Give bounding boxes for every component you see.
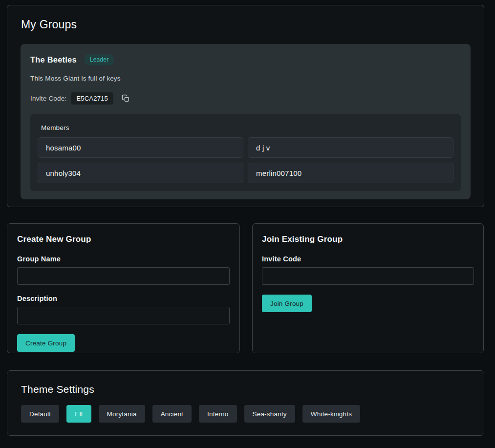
group-name-input[interactable] [17,267,230,285]
theme-button-white-knights[interactable]: White-knights [302,405,360,423]
description-label: Description [17,295,230,302]
member-item: unholy304 [38,163,243,183]
join-group-button[interactable]: Join Group [262,295,312,312]
leader-badge: Leader [84,54,115,65]
join-group-section: Join Existing Group Invite Code Join Gro… [252,223,484,353]
create-group-button[interactable]: Create Group [17,334,75,352]
invite-code-value: E5CA2715 [71,92,113,105]
invite-code-input[interactable] [262,267,474,285]
join-group-title: Join Existing Group [262,235,474,244]
members-title: Members [41,124,453,131]
create-group-title: Create New Group [17,235,230,244]
copy-icon [122,94,130,103]
group-header: The Beetles Leader [30,54,461,65]
members-grid: hosama00 d j v unholy304 merlin007100 [38,137,453,183]
theme-button-morytania[interactable]: Morytania [99,405,145,423]
member-item: d j v [248,137,453,158]
theme-button-ancient[interactable]: Ancient [152,405,192,423]
copy-invite-code-button[interactable] [122,94,130,103]
invite-code-label: Invite Code: [30,95,66,102]
theme-settings-section: Theme Settings Default Elf Morytania Anc… [7,370,484,436]
members-panel: Members hosama00 d j v unholy304 merlin0… [30,114,461,191]
theme-button-sea-shanty[interactable]: Sea-shanty [244,405,295,423]
my-groups-section: My Groups The Beetles Leader This Moss G… [7,5,484,207]
create-group-section: Create New Group Group Name Description … [7,223,240,353]
invite-code-row: Invite Code: E5CA2715 [30,92,461,105]
theme-button-inferno[interactable]: Inferno [199,405,237,423]
invite-code-field-label: Invite Code [262,255,474,263]
member-item: hosama00 [38,137,243,158]
group-card: The Beetles Leader This Moss Giant is fu… [21,44,471,199]
description-input[interactable] [17,307,230,324]
my-groups-title: My Groups [21,18,471,31]
theme-buttons-row: Default Elf Morytania Ancient Inferno Se… [21,405,470,423]
theme-settings-title: Theme Settings [21,384,470,395]
group-description: This Moss Giant is full of keys [30,75,461,82]
theme-button-default[interactable]: Default [21,405,59,423]
member-item: merlin007100 [248,163,453,183]
theme-button-elf[interactable]: Elf [66,405,91,423]
group-name: The Beetles [30,55,77,64]
group-name-label: Group Name [17,255,230,263]
